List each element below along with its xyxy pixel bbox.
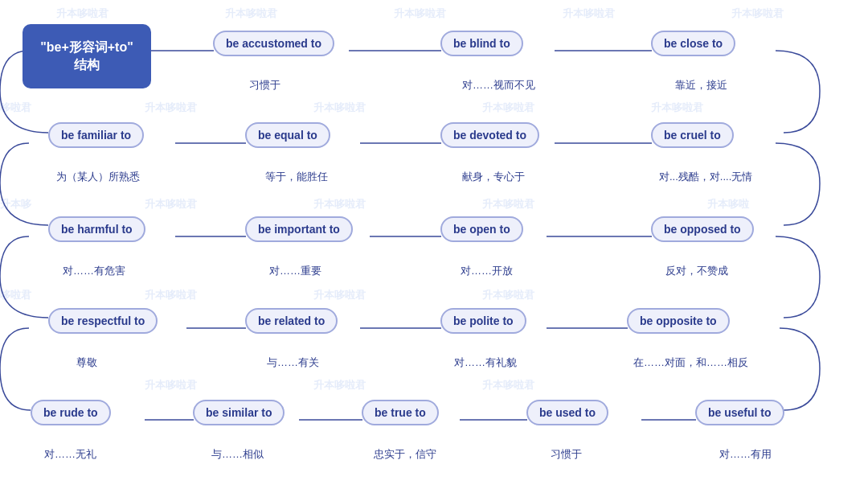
label-p13: 与……有关	[267, 355, 319, 370]
label-p12: 尊敬	[76, 355, 97, 370]
pill-p10: be open to	[440, 216, 523, 242]
title-line1: "be+形容词+to"	[40, 40, 133, 54]
pill-p6: be devoted to	[440, 122, 539, 148]
label-p19: 习惯于	[551, 447, 582, 462]
pill-p12: be respectful to	[48, 308, 158, 334]
pill-p8: be harmful to	[48, 216, 145, 242]
pill-p4: be familiar to	[48, 122, 144, 148]
main-container: "be+形容词+to" 结构 be accustomed to习惯于be bli…	[0, 0, 868, 493]
pill-p16: be rude to	[31, 400, 111, 425]
title-box: "be+形容词+to" 结构	[23, 24, 151, 88]
pill-p1: be accustomed to	[213, 31, 334, 56]
label-p9: 对……重要	[269, 264, 321, 278]
label-p17: 与……相似	[211, 447, 264, 462]
label-p16: 对……无礼	[44, 447, 96, 462]
pill-p9: be important to	[245, 216, 353, 242]
pill-p15: be opposite to	[627, 308, 730, 334]
pill-p5: be equal to	[245, 122, 330, 148]
pill-p11: be opposed to	[651, 216, 754, 242]
label-p3: 靠近，接近	[675, 78, 727, 92]
label-p8: 对……有危害	[63, 264, 125, 278]
pill-p18: be true to	[362, 400, 439, 425]
label-p10: 对……开放	[461, 264, 513, 278]
label-p18: 忠实于，信守	[374, 447, 436, 462]
pill-p14: be polite to	[440, 308, 526, 334]
label-p2: 对……视而不见	[462, 78, 535, 92]
label-p5: 等于，能胜任	[265, 170, 328, 184]
pill-p20: be useful to	[695, 400, 784, 425]
label-p15: 在……对面，和……相反	[633, 355, 748, 370]
label-p7: 对...残酷，对....无情	[659, 170, 752, 184]
pill-p17: be similar to	[193, 400, 285, 425]
label-p4: 为（某人）所熟悉	[56, 170, 140, 184]
label-p14: 对……有礼貌	[454, 355, 517, 370]
title-text: "be+形容词+to" 结构	[40, 39, 133, 75]
label-p11: 反对，不赞成	[665, 264, 728, 278]
title-line2: 结构	[74, 58, 100, 72]
pill-p7: be cruel to	[651, 122, 734, 148]
label-p20: 对……有用	[719, 447, 772, 462]
pill-p2: be blind to	[440, 31, 523, 56]
pill-p13: be related to	[245, 308, 338, 334]
label-p6: 献身，专心于	[462, 170, 525, 184]
label-p1: 习惯于	[249, 78, 280, 92]
pill-p3: be close to	[651, 31, 735, 56]
pill-p19: be used to	[526, 400, 608, 425]
